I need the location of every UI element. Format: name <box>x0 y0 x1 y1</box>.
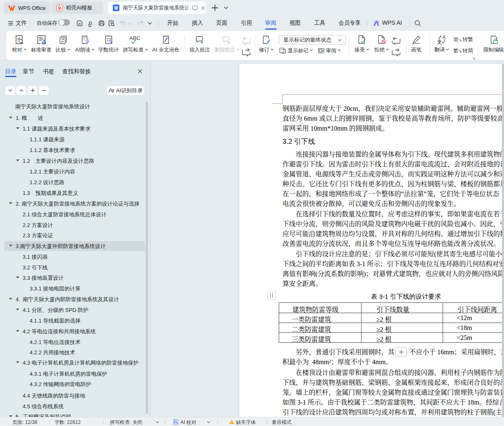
svg-text:A: A <box>443 35 446 40</box>
svg-text:12: 12 <box>106 37 111 42</box>
svg-text:ABC: ABC <box>129 35 140 41</box>
svg-text:文: 文 <box>437 40 442 44</box>
